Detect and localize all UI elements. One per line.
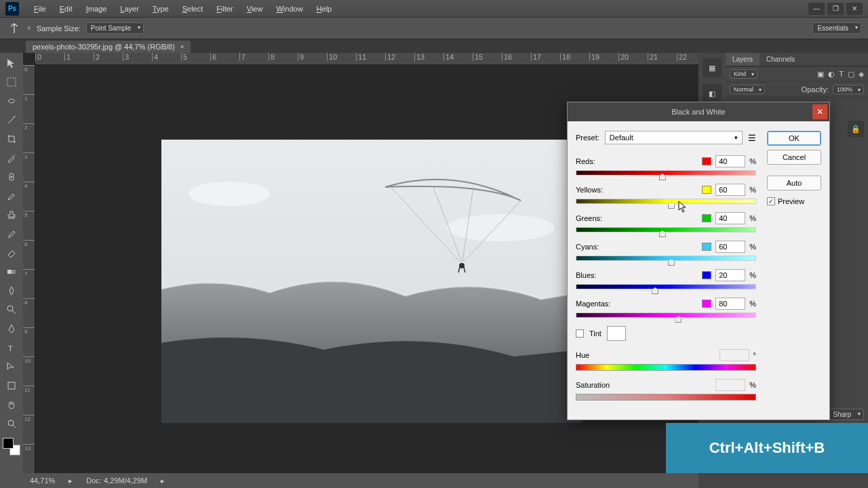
slider-label-0: Reds: [576, 157, 698, 165]
filter-icon[interactable]: ◐ [828, 70, 835, 79]
document-tab[interactable]: pexels-photo-30295r.jpg @ 44,7% (RGB/8) … [26, 41, 191, 53]
menu-layer[interactable]: Layer [113, 2, 146, 16]
brush-tool[interactable] [3, 188, 20, 203]
preview-checkbox[interactable] [767, 197, 775, 205]
slider-input-1[interactable] [715, 184, 745, 196]
workspace-dropdown[interactable]: Essentials [812, 22, 861, 34]
chevron-icon[interactable]: ▸ [161, 476, 165, 485]
blend-mode[interactable]: Normal [730, 85, 765, 94]
path-tool[interactable] [3, 359, 20, 374]
color-swatches[interactable] [3, 438, 20, 455]
slider-label-1: Yellows: [576, 186, 698, 194]
zoom-tool[interactable] [3, 416, 20, 431]
marquee-tool[interactable] [3, 75, 20, 89]
panel-icon-actions[interactable]: ◧ [703, 84, 722, 103]
hue-slider[interactable] [576, 364, 756, 371]
slider-thumb[interactable] [659, 230, 666, 237]
slider-track-2[interactable] [576, 227, 756, 232]
slider-thumb[interactable] [652, 287, 658, 294]
dodge-tool[interactable] [3, 302, 20, 317]
svg-text:T: T [8, 344, 13, 352]
eyedropper-tool[interactable] [3, 150, 20, 165]
saturation-slider[interactable] [576, 394, 756, 401]
slider-track-5[interactable] [576, 312, 756, 318]
gradient-tool[interactable] [3, 264, 20, 279]
filter-icon[interactable]: T [839, 70, 844, 78]
layer-kind-filter[interactable]: Kind [730, 69, 757, 79]
svg-rect-6 [8, 382, 15, 389]
slider-track-0[interactable] [576, 170, 756, 176]
pct-label: % [749, 157, 756, 165]
dialog-titlebar[interactable]: Black and White ✕ [568, 102, 829, 121]
tint-swatch[interactable] [607, 326, 626, 341]
hand-tool[interactable] [3, 397, 20, 412]
preset-menu-icon[interactable]: ☰ [748, 133, 756, 143]
filter-icon[interactable]: ▢ [848, 70, 854, 79]
slider-thumb[interactable] [668, 259, 675, 266]
menu-filter[interactable]: Filter [210, 2, 239, 16]
pen-tool[interactable] [3, 321, 20, 336]
slider-thumb[interactable] [659, 174, 666, 180]
crop-tool[interactable] [3, 131, 20, 146]
slider-input-0[interactable] [715, 155, 745, 167]
opacity-value[interactable]: 100% [833, 85, 864, 94]
tab-layers[interactable]: Layers [726, 53, 760, 66]
tint-checkbox[interactable] [576, 329, 584, 338]
aa-dropdown[interactable]: Sharp [828, 409, 864, 420]
menu-file[interactable]: File [27, 2, 53, 16]
zoom-level[interactable]: 44,71% [30, 476, 55, 485]
history-brush-tool[interactable] [3, 226, 20, 241]
shortcut-overlay: Ctrl+Alt+Shift+B [666, 423, 868, 473]
menu-type[interactable]: Type [146, 2, 176, 16]
menu-window[interactable]: Window [269, 2, 309, 16]
slider-track-3[interactable] [576, 256, 756, 261]
blur-tool[interactable] [3, 283, 20, 298]
maximize-button[interactable]: ❐ [827, 3, 844, 15]
menu-view[interactable]: View [240, 2, 270, 16]
heal-tool[interactable] [3, 169, 20, 184]
slider-thumb[interactable] [668, 202, 675, 209]
shape-tool[interactable] [3, 378, 20, 393]
wand-tool[interactable] [3, 113, 20, 127]
slider-track-4[interactable] [576, 284, 756, 289]
panel-icon-history[interactable]: ▦ [703, 58, 722, 77]
window-controls: — ❐ ✕ [808, 3, 863, 15]
auto-button[interactable]: Auto [767, 176, 821, 190]
close-button[interactable]: ✕ [846, 3, 863, 15]
menu-help[interactable]: Help [310, 2, 339, 16]
filter-icon[interactable]: ◈ [859, 70, 864, 79]
menu-image[interactable]: Image [79, 2, 114, 16]
dialog-close-button[interactable]: ✕ [812, 104, 827, 119]
move-tool[interactable] [3, 56, 20, 70]
slider-input-4[interactable] [715, 269, 745, 281]
chevron-icon[interactable]: ▸ [68, 476, 73, 485]
menu-edit[interactable]: Edit [53, 2, 79, 16]
slider-thumb[interactable] [675, 316, 682, 323]
filter-icon[interactable]: ▣ [817, 70, 824, 79]
slider-input-3[interactable] [715, 241, 745, 253]
saturation-input[interactable] [715, 379, 745, 391]
slider-label-2: Greens: [576, 214, 698, 222]
minimize-button[interactable]: — [808, 3, 825, 15]
slider-track-1[interactable] [576, 199, 756, 204]
sample-size-dropdown[interactable]: Point Sample [86, 22, 144, 34]
stamp-tool[interactable] [3, 207, 20, 222]
hue-unit: ° [753, 351, 756, 359]
slider-input-2[interactable] [715, 212, 745, 224]
slider-input-5[interactable] [715, 298, 745, 310]
swatch-icon [702, 214, 711, 222]
lasso-tool[interactable] [3, 94, 20, 108]
tab-channels[interactable]: Channels [760, 53, 802, 66]
type-tool[interactable]: T [3, 340, 20, 355]
canvas [161, 140, 582, 423]
eraser-tool[interactable] [3, 245, 20, 260]
lock-icon[interactable]: 🔒 [848, 121, 864, 137]
swatch-icon [702, 300, 711, 308]
cancel-button[interactable]: Cancel [767, 150, 821, 165]
preset-dropdown[interactable]: Default [605, 131, 743, 144]
hue-input[interactable] [719, 349, 749, 361]
close-icon[interactable]: × [180, 43, 184, 50]
ok-button[interactable]: OK [767, 131, 821, 146]
menu-select[interactable]: Select [176, 2, 210, 16]
dialog-title: Black and White [671, 108, 725, 116]
